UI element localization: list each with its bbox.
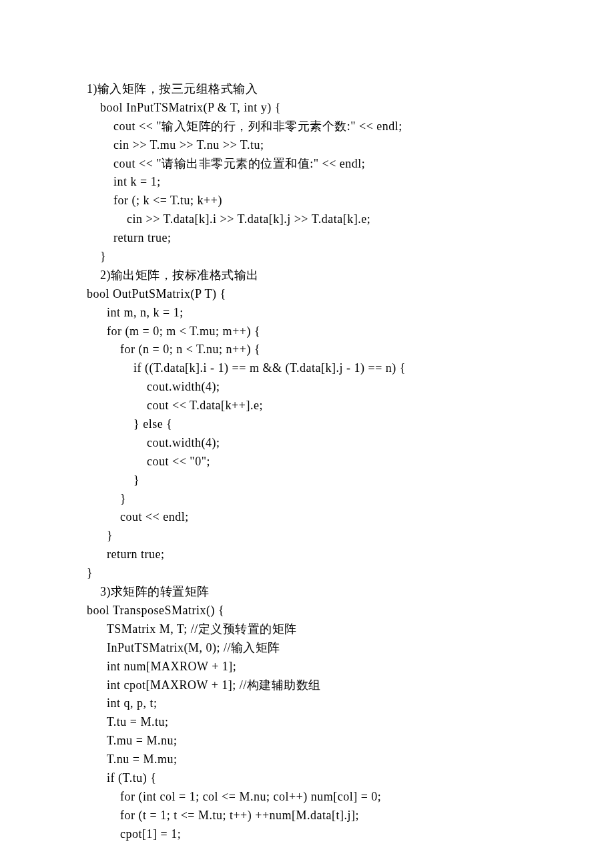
code-line: cpot[1] = 1; <box>87 825 527 844</box>
code-line: bool InPutTSMatrix(P & T, int y) { <box>87 99 527 118</box>
code-line: } <box>87 471 527 490</box>
code-line: 1)输入矩阵，按三元组格式输入 <box>87 80 527 99</box>
code-line: 3)求矩阵的转置矩阵 <box>87 583 527 602</box>
code-line: cin >> T.mu >> T.nu >> T.tu; <box>87 136 527 155</box>
code-line: bool TransposeSMatrix() { <box>87 602 527 620</box>
code-line: cout << endl; <box>87 508 527 527</box>
code-line: return true; <box>87 229 527 248</box>
code-line: for (n = 0; n < T.nu; n++) { <box>87 341 527 359</box>
code-line: int m, n, k = 1; <box>87 304 527 322</box>
code-line: } <box>87 248 527 266</box>
document-page: 1)输入矩阵，按三元组格式输入 bool InPutTSMatrix(P & T… <box>0 0 614 868</box>
code-line: for (int col = 1; col <= M.nu; col++) nu… <box>87 788 527 807</box>
code-line: } else { <box>87 415 527 434</box>
code-line: cout.width(4); <box>87 378 527 397</box>
code-line: int q, p, t; <box>87 694 527 713</box>
code-line: cout.width(4); <box>87 434 527 453</box>
code-line: cout << "请输出非零元素的位置和值:" << endl; <box>87 155 527 174</box>
code-line: return true; <box>87 546 527 564</box>
code-line: } <box>87 527 527 546</box>
code-line: 2)输出矩阵，按标准格式输出 <box>87 266 527 285</box>
code-line: } <box>87 564 527 583</box>
code-line: T.nu = M.mu; <box>87 750 527 769</box>
code-line: TSMatrix M, T; //定义预转置的矩阵 <box>87 620 527 639</box>
code-line: T.mu = M.nu; <box>87 732 527 750</box>
code-line: } <box>87 490 527 509</box>
code-line: for (; k <= T.tu; k++) <box>87 192 527 210</box>
code-line: cin >> T.data[k].i >> T.data[k].j >> T.d… <box>87 210 527 229</box>
code-line: int num[MAXROW + 1]; <box>87 658 527 676</box>
code-line: cout << "输入矩阵的行，列和非零元素个数:" << endl; <box>87 118 527 136</box>
code-line: if ((T.data[k].i - 1) == m && (T.data[k]… <box>87 359 527 378</box>
code-line: for (t = 1; t <= M.tu; t++) ++num[M.data… <box>87 807 527 825</box>
code-line: int k = 1; <box>87 173 527 192</box>
code-line: bool OutPutSMatrix(P T) { <box>87 285 527 304</box>
code-line: cout << T.data[k++].e; <box>87 397 527 415</box>
code-line: if (T.tu) { <box>87 769 527 788</box>
code-line: InPutTSMatrix(M, 0); //输入矩阵 <box>87 639 527 658</box>
code-line: int cpot[MAXROW + 1]; //构建辅助数组 <box>87 676 527 695</box>
code-line: cout << "0"; <box>87 453 527 471</box>
code-line: T.tu = M.tu; <box>87 713 527 732</box>
code-line: for (m = 0; m < T.mu; m++) { <box>87 322 527 341</box>
